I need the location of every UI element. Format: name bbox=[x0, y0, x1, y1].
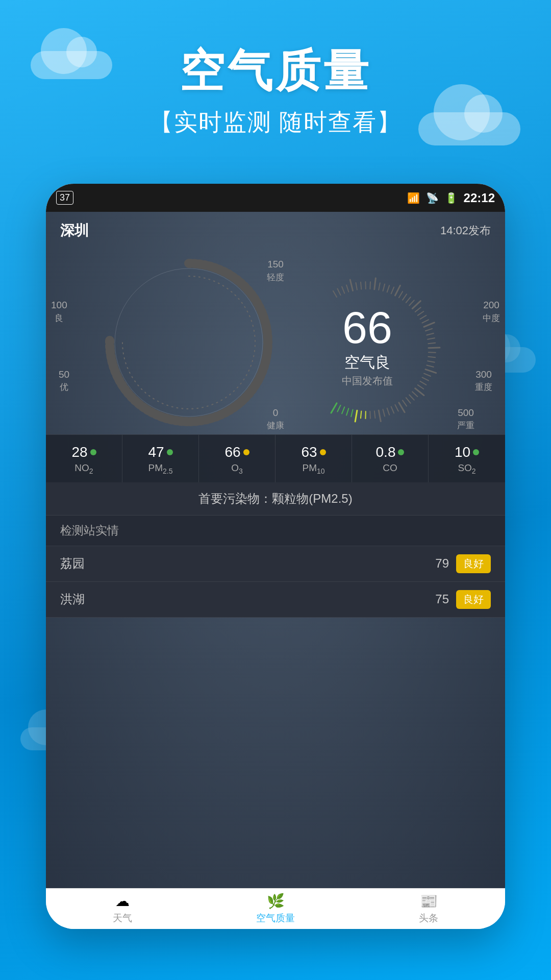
svg-line-29 bbox=[428, 357, 435, 357]
svg-line-15 bbox=[395, 405, 398, 411]
status-left: 37 bbox=[56, 191, 73, 205]
status-time: 22:12 bbox=[464, 191, 495, 205]
svg-line-45 bbox=[399, 291, 403, 298]
svg-line-41 bbox=[412, 301, 420, 309]
status-right: 📶 📡 🔋 22:12 bbox=[407, 191, 495, 205]
app-subtitle: 【实时监测 随时查看】 bbox=[0, 107, 551, 138]
svg-line-57 bbox=[346, 285, 348, 291]
svg-line-30 bbox=[429, 352, 436, 353]
signal-icon: 📡 bbox=[426, 192, 439, 204]
svg-line-46 bbox=[395, 285, 400, 296]
station-header: 检测站实情 bbox=[46, 516, 505, 546]
svg-line-51 bbox=[374, 278, 376, 289]
svg-line-23 bbox=[420, 381, 426, 385]
gauge-label-50: 50优 bbox=[59, 369, 69, 394]
gauge-label-300: 300重度 bbox=[475, 369, 492, 394]
gauge-label-500: 500严重 bbox=[457, 407, 474, 432]
svg-line-7 bbox=[361, 411, 361, 418]
air-quality-tab-icon: 🌿 bbox=[267, 893, 285, 910]
svg-line-48 bbox=[387, 285, 390, 292]
weather-tab-label: 天气 bbox=[113, 912, 132, 925]
pollutant-pm25[interactable]: 47 PM2.5 bbox=[122, 435, 199, 482]
wifi-icon: 📶 bbox=[407, 192, 420, 204]
svg-line-10 bbox=[374, 411, 375, 418]
pollutant-o3[interactable]: 66 O3 bbox=[199, 435, 276, 482]
status-bar: 37 📶 📡 🔋 22:12 bbox=[46, 184, 505, 212]
svg-line-58 bbox=[342, 287, 344, 293]
gauge-visual: 66 空气良 中国发布值 bbox=[281, 256, 454, 429]
station-row-liyuan[interactable]: 荔园 79 良好 bbox=[46, 546, 505, 582]
svg-line-21 bbox=[415, 388, 424, 396]
svg-line-24 bbox=[422, 377, 429, 380]
pollutant-no2-name: NO2 bbox=[74, 462, 93, 475]
svg-line-31 bbox=[429, 348, 440, 348]
header-area: 空气质量 【实时监测 随时查看】 bbox=[0, 41, 551, 138]
svg-line-27 bbox=[427, 365, 434, 367]
weather-tab-icon: ☁ bbox=[115, 893, 130, 910]
svg-line-60 bbox=[333, 291, 337, 297]
station-honghu-name: 洪湖 bbox=[60, 591, 85, 607]
svg-line-4 bbox=[346, 408, 348, 415]
svg-line-25 bbox=[424, 374, 431, 376]
gauge-label-100: 100良 bbox=[51, 299, 67, 324]
station-honghu-score: 75 bbox=[435, 592, 449, 606]
pollutant-o3-dot bbox=[243, 449, 249, 455]
svg-line-54 bbox=[361, 282, 361, 289]
pollutant-pm10-dot bbox=[320, 449, 326, 455]
tab-weather[interactable]: ☁ 天气 bbox=[46, 889, 199, 929]
station-row-honghu[interactable]: 洪湖 75 良好 bbox=[46, 582, 505, 618]
pollutant-co-dot bbox=[398, 449, 404, 455]
station-liyuan-score: 79 bbox=[435, 556, 449, 571]
pollutant-o3-name: O3 bbox=[231, 462, 243, 475]
pollutant-no2-dot bbox=[90, 449, 96, 455]
gauge-label-200: 200中度 bbox=[483, 299, 500, 324]
pollutant-so2-name: SO2 bbox=[458, 462, 475, 475]
svg-line-13 bbox=[387, 408, 390, 415]
svg-line-11 bbox=[379, 410, 381, 422]
news-tab-label: 头条 bbox=[419, 912, 438, 925]
tab-air-quality[interactable]: 🌿 空气质量 bbox=[199, 889, 352, 929]
svg-line-32 bbox=[428, 343, 435, 344]
pollutant-co-value: 0.8 bbox=[376, 444, 405, 460]
svg-line-9 bbox=[370, 411, 370, 419]
svg-line-2 bbox=[337, 405, 340, 412]
svg-line-17 bbox=[403, 400, 407, 406]
svg-line-47 bbox=[391, 287, 394, 294]
svg-line-50 bbox=[379, 283, 380, 290]
station-honghu-right: 75 良好 bbox=[435, 590, 491, 609]
pollutant-so2-dot bbox=[473, 449, 479, 455]
phone-mockup: 37 📶 📡 🔋 22:12 深圳 14:02发布 0健康 bbox=[46, 184, 505, 929]
svg-line-56 bbox=[350, 280, 353, 290]
svg-line-52 bbox=[370, 282, 370, 289]
svg-line-26 bbox=[425, 370, 436, 373]
gauge-subtitle: 中国发布值 bbox=[342, 374, 393, 388]
svg-line-1 bbox=[331, 403, 337, 413]
svg-line-3 bbox=[342, 407, 344, 413]
pollutant-pm10[interactable]: 63 PM10 bbox=[276, 435, 352, 482]
gauge-center-display: 66 空气良 中国发布值 bbox=[342, 305, 393, 388]
battery-icon: 🔋 bbox=[445, 192, 458, 204]
svg-line-37 bbox=[422, 320, 429, 323]
svg-line-38 bbox=[420, 315, 426, 319]
tab-news[interactable]: 📰 头条 bbox=[352, 889, 505, 929]
svg-line-35 bbox=[425, 329, 432, 331]
svg-line-22 bbox=[418, 385, 424, 389]
notification-badge: 37 bbox=[56, 191, 73, 205]
svg-line-12 bbox=[383, 409, 385, 416]
pollutant-no2[interactable]: 28 NO2 bbox=[46, 435, 122, 482]
pollutant-pm10-name: PM10 bbox=[302, 462, 324, 475]
gauge-container: 0健康 50优 100良 150轻度 200中度 300重度 5 bbox=[46, 251, 505, 434]
pollutant-so2[interactable]: 10 SO2 bbox=[429, 435, 505, 482]
station-liyuan-right: 79 良好 bbox=[435, 554, 491, 573]
svg-line-42 bbox=[409, 300, 414, 305]
tab-bar: ☁ 天气 🌿 空气质量 📰 头条 bbox=[46, 888, 505, 929]
app-content: 深圳 14:02发布 0健康 50优 100良 150轻度 20 bbox=[46, 212, 505, 888]
gauge-value: 66 bbox=[342, 305, 393, 350]
pollutant-pm10-value: 63 bbox=[301, 444, 325, 460]
pollutant-o3-value: 66 bbox=[224, 444, 249, 460]
svg-line-39 bbox=[418, 311, 424, 315]
city-label: 深圳 bbox=[60, 221, 89, 240]
pollutant-pm25-value: 47 bbox=[148, 444, 172, 460]
station-liyuan-badge: 良好 bbox=[456, 554, 491, 573]
pollutant-co[interactable]: 0.8 CO bbox=[352, 435, 429, 482]
